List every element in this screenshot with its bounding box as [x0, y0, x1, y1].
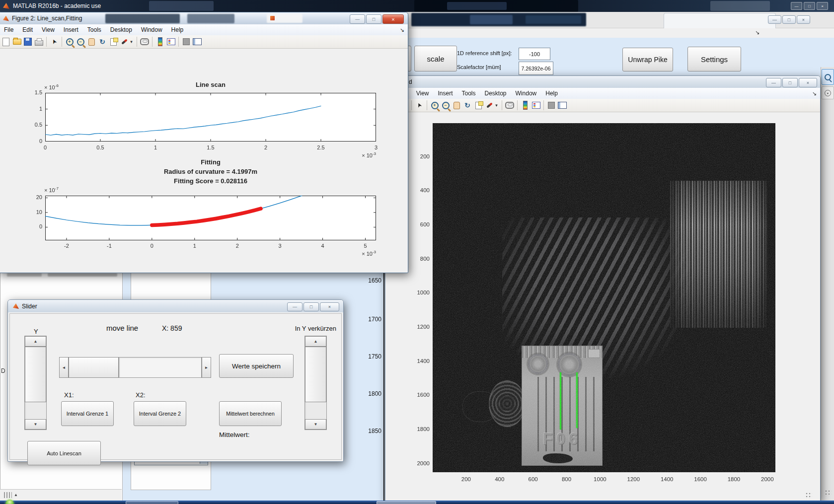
dock-corner-icon[interactable]: ↘ [755, 29, 759, 36]
menu-item-insert[interactable]: Insert [433, 90, 457, 97]
werte-speichern-button[interactable]: Werte speichern [219, 354, 294, 378]
menu-item-tools[interactable]: Tools [457, 90, 480, 97]
print-icon[interactable] [34, 37, 44, 47]
brush-icon[interactable] [119, 37, 129, 47]
maximize-button[interactable]: □ [782, 78, 798, 87]
scroll-thumb[interactable] [25, 347, 46, 402]
maximize-button[interactable]: □ [804, 2, 815, 10]
matlab-taskbar[interactable]: MATLAB R2016b - academic use — □ × [0, 0, 834, 12]
pan-hand-icon[interactable] [86, 37, 96, 47]
rotate-3d-icon[interactable]: ↻ [462, 100, 472, 110]
taskbar-item[interactable] [126, 501, 178, 504]
brush-caret-icon[interactable]: ▾ [495, 100, 499, 110]
windows-taskbar[interactable] [0, 501, 834, 504]
minimize-button[interactable]: — [766, 78, 781, 87]
minimize-button[interactable]: — [791, 2, 802, 10]
legend-icon[interactable] [531, 100, 541, 110]
expand-circle-icon[interactable]: ▾ [822, 86, 834, 99]
maximize-button[interactable]: □ [366, 14, 381, 24]
menu-item-edit[interactable]: Edit [18, 26, 37, 33]
zoom-out-icon[interactable]: − [76, 37, 85, 47]
scroll-thumb[interactable] [305, 347, 326, 402]
colorbar-icon[interactable] [520, 100, 530, 110]
search-icon[interactable] [822, 69, 834, 85]
bg-close-button[interactable]: × [797, 15, 810, 24]
grip-bars-icon[interactable] [4, 492, 12, 498]
interval-grenze-1-button[interactable]: Interval Grenze 1 [61, 401, 114, 426]
pointer-icon[interactable]: ➤ [414, 100, 424, 110]
save-icon[interactable] [23, 37, 33, 47]
plottools-on-icon[interactable] [192, 37, 202, 47]
scroll-up-button[interactable]: ▲ [305, 336, 326, 347]
y-scrollbar-right[interactable]: ▲ ▼ [304, 336, 327, 430]
slider-thumb[interactable] [69, 357, 119, 378]
interval-grenze-2-button[interactable]: Interval Grenze 2 [134, 401, 186, 426]
open-folder-icon[interactable] [12, 37, 22, 47]
slider-left-arrow[interactable]: ◄ [59, 357, 69, 378]
legend-icon[interactable] [166, 37, 176, 47]
resize-grip-dots[interactable] [825, 490, 832, 497]
link-plot-icon[interactable] [505, 100, 515, 110]
start-orb-icon[interactable] [5, 500, 14, 504]
menu-item-tools[interactable]: Tools [83, 26, 106, 33]
grip-up-arrow-icon[interactable]: ▲ [14, 493, 18, 497]
link-plot-icon[interactable] [140, 37, 150, 47]
pointer-icon[interactable]: ➤ [49, 37, 59, 47]
plottools-off-icon[interactable] [181, 37, 191, 47]
bg-minimize-button[interactable]: — [768, 15, 781, 24]
scroll-down-button[interactable]: ▼ [25, 419, 46, 430]
menu-item-insert[interactable]: Insert [59, 26, 83, 33]
data-cursor-icon[interactable] [473, 100, 483, 110]
linescan-axes[interactable] [45, 93, 376, 142]
menubar-corner-icon[interactable]: ↘ [400, 27, 404, 33]
scroll-up-button[interactable]: ▲ [25, 336, 46, 347]
minimize-button[interactable]: — [287, 302, 303, 311]
move-line-slider[interactable]: ◄ ► [59, 357, 211, 378]
plottools-off-icon[interactable] [546, 100, 556, 110]
right-figure-window[interactable]: d — □ × EditViewInsertToolsDesktopWindow… [385, 75, 821, 502]
settings-button[interactable]: Settings [687, 47, 741, 72]
menu-item-window[interactable]: Window [137, 26, 167, 33]
window-resize-grip[interactable] [805, 492, 812, 499]
scalefactor-input[interactable]: 7.26392e-06 [519, 62, 553, 75]
zoom-in-icon[interactable]: + [430, 100, 440, 110]
colorbar-icon[interactable] [155, 37, 165, 47]
figure2-window[interactable]: Figure 2: Line_scan,Fitting — □ × FileEd… [0, 12, 408, 273]
zoom-in-icon[interactable]: + [65, 37, 75, 47]
ref-shift-input[interactable]: -100 [519, 48, 550, 60]
taskbar-item[interactable] [377, 501, 436, 504]
menu-item-window[interactable]: Window [511, 90, 541, 97]
scale-button[interactable]: scale [414, 46, 457, 72]
bg-maximize-button[interactable]: □ [782, 15, 796, 24]
slider-right-arrow[interactable]: ► [202, 357, 211, 378]
close-button[interactable]: × [799, 78, 817, 87]
rotate-3d-icon[interactable]: ↻ [97, 37, 107, 47]
menu-item-view[interactable]: View [37, 26, 59, 33]
fitting-axes[interactable] [45, 196, 376, 240]
close-button[interactable]: × [320, 302, 339, 311]
auto-linescan-button[interactable]: Auto Linescan [27, 441, 101, 465]
brush-icon[interactable] [484, 100, 494, 110]
scroll-down-button[interactable]: ▼ [305, 419, 326, 430]
close-button[interactable]: × [817, 2, 828, 10]
right-figure-titlebar[interactable]: d [385, 76, 820, 88]
slider-track[interactable] [119, 357, 202, 378]
menu-item-help[interactable]: Help [167, 26, 188, 33]
y-scrollbar-left[interactable]: ▲ ▼ [24, 336, 47, 430]
pan-hand-icon[interactable] [452, 100, 461, 110]
menubar-corner-icon[interactable]: ↘ [812, 90, 817, 97]
zoom-out-icon[interactable]: − [441, 100, 451, 110]
plottools-on-icon[interactable] [557, 100, 567, 110]
menu-item-help[interactable]: Help [541, 90, 562, 97]
interferogram-image[interactable]: F06 [433, 123, 775, 472]
brush-caret-icon[interactable]: ▾ [130, 37, 134, 47]
menu-item-desktop[interactable]: Desktop [480, 90, 511, 97]
mittelwert-berechnen-button[interactable]: Mittelwert berechnen [219, 401, 282, 426]
minimize-button[interactable]: — [350, 14, 365, 24]
close-button[interactable]: × [382, 14, 404, 24]
data-cursor-icon[interactable] [108, 37, 118, 47]
unwrap-pike-button[interactable]: Unwrap Pike [622, 48, 673, 72]
menu-item-view[interactable]: View [412, 90, 434, 97]
slider-window[interactable]: Slider — □ × Y move line X: 859 In Y ver… [7, 299, 344, 462]
new-document-icon[interactable] [1, 37, 11, 47]
